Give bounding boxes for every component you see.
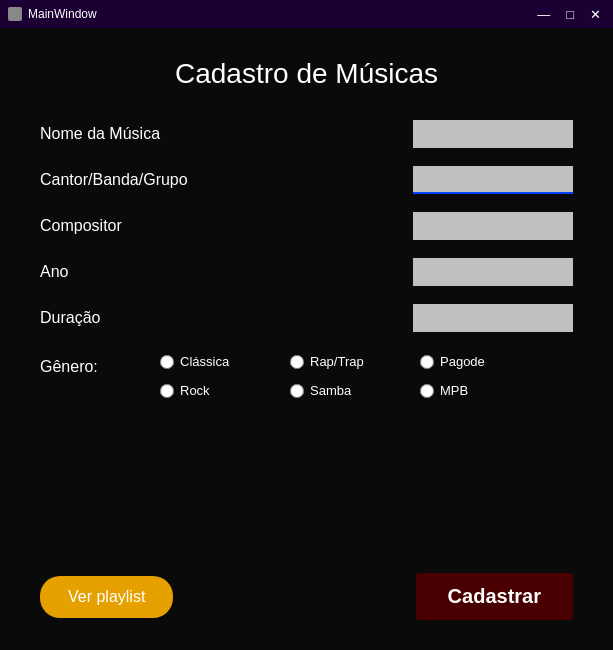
label-duracao: Duração <box>40 309 240 327</box>
form-row-ano: Ano <box>40 258 573 286</box>
radio-item-pagode[interactable]: Pagode <box>420 354 530 369</box>
genre-row: Gênero: Clássica Rap/Trap Pagode <box>40 354 573 398</box>
input-duracao[interactable] <box>413 304 573 332</box>
radio-rock[interactable] <box>160 384 174 398</box>
label-nome: Nome da Música <box>40 125 240 143</box>
form-row-nome: Nome da Música <box>40 120 573 148</box>
radio-item-rap[interactable]: Rap/Trap <box>290 354 420 369</box>
label-mpb: MPB <box>440 383 468 398</box>
radio-item-classica[interactable]: Clássica <box>160 354 290 369</box>
title-bar-controls: — □ ✕ <box>533 8 605 21</box>
title-bar-title: MainWindow <box>28 7 97 21</box>
form-container: Nome da Música Cantor/Banda/Grupo Compos… <box>40 120 573 543</box>
title-bar-left: MainWindow <box>8 7 97 21</box>
radio-rap[interactable] <box>290 355 304 369</box>
label-rock: Rock <box>180 383 210 398</box>
input-cantor[interactable] <box>413 166 573 194</box>
label-rap: Rap/Trap <box>310 354 364 369</box>
form-row-compositor: Compositor <box>40 212 573 240</box>
page-title: Cadastro de Músicas <box>40 58 573 90</box>
genre-label: Gênero: <box>40 354 160 376</box>
input-ano[interactable] <box>413 258 573 286</box>
main-content: Cadastro de Músicas Nome da Música Canto… <box>0 28 613 650</box>
radio-pagode[interactable] <box>420 355 434 369</box>
title-bar: MainWindow — □ ✕ <box>0 0 613 28</box>
input-compositor[interactable] <box>413 212 573 240</box>
form-row-cantor: Cantor/Banda/Grupo <box>40 166 573 194</box>
radio-item-rock[interactable]: Rock <box>160 383 290 398</box>
cadastrar-button[interactable]: Cadastrar <box>416 573 573 620</box>
genre-grid: Clássica Rap/Trap Pagode Rock Samba <box>160 354 530 398</box>
ver-playlist-button[interactable]: Ver playlist <box>40 576 173 618</box>
app-icon <box>8 7 22 21</box>
minimize-button[interactable]: — <box>533 8 554 21</box>
label-compositor: Compositor <box>40 217 240 235</box>
radio-classica[interactable] <box>160 355 174 369</box>
radio-samba[interactable] <box>290 384 304 398</box>
label-samba: Samba <box>310 383 351 398</box>
label-cantor: Cantor/Banda/Grupo <box>40 171 240 189</box>
radio-item-mpb[interactable]: MPB <box>420 383 530 398</box>
label-ano: Ano <box>40 263 240 281</box>
radio-item-samba[interactable]: Samba <box>290 383 420 398</box>
maximize-button[interactable]: □ <box>562 8 578 21</box>
label-pagode: Pagode <box>440 354 485 369</box>
close-button[interactable]: ✕ <box>586 8 605 21</box>
form-row-duracao: Duração <box>40 304 573 332</box>
input-nome[interactable] <box>413 120 573 148</box>
radio-mpb[interactable] <box>420 384 434 398</box>
label-classica: Clássica <box>180 354 229 369</box>
bottom-buttons: Ver playlist Cadastrar <box>40 573 573 630</box>
